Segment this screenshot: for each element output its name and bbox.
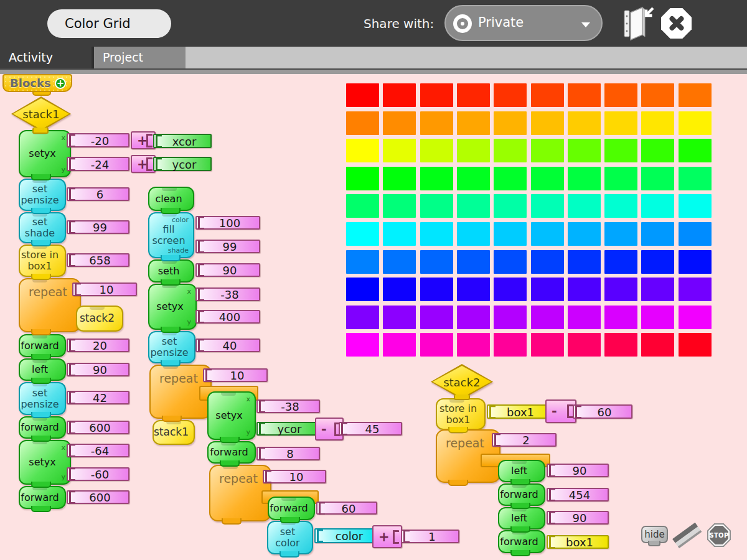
arg-60[interactable]: -60 (67, 467, 129, 481)
arg-10[interactable]: 10 (203, 368, 268, 382)
block-forward[interactable]: forward (19, 334, 66, 357)
arg-20[interactable]: -20 (67, 133, 129, 147)
arg-6[interactable]: 6 (67, 187, 129, 201)
block-setyx[interactable]: setyxxy (19, 130, 71, 177)
grid-cell-4-5 (531, 194, 564, 218)
grid-cell-8-0 (346, 306, 379, 329)
activity-title-field[interactable]: Color Grid (47, 9, 171, 38)
close-button[interactable] (661, 8, 692, 39)
arg-42[interactable]: 42 (67, 391, 129, 404)
arg-454[interactable]: 454 (547, 488, 609, 502)
arg-90[interactable]: 90 (547, 464, 609, 477)
operator-[interactable]: - (545, 399, 576, 423)
block-set-pensize[interactable]: set pensize (19, 179, 66, 211)
block-forward[interactable]: forward (498, 483, 545, 506)
door-arrow-icon[interactable] (620, 5, 655, 41)
arg-1[interactable]: 1 (401, 530, 459, 543)
arg-60[interactable]: 60 (573, 404, 632, 419)
block-set-shade[interactable]: set shade (19, 212, 66, 243)
block-repeat-loop-repeat[interactable]: repeat (19, 278, 81, 332)
arg-box1[interactable]: box1 (547, 535, 609, 549)
eraser-icon[interactable] (671, 521, 703, 549)
arg-90[interactable]: 90 (67, 363, 129, 376)
block-store-in-box1[interactable]: store in box1 (436, 398, 486, 430)
operator-[interactable]: + (131, 155, 156, 173)
stack-hat-stack1[interactable]: stack1 (11, 96, 71, 131)
grid-cell-2-5 (531, 139, 564, 162)
arg-box1[interactable]: box1 (487, 404, 550, 419)
block-forward[interactable]: forward (498, 530, 545, 553)
block-forward[interactable]: forward (207, 441, 256, 464)
grid-cell-6-9 (679, 250, 712, 274)
arg-99[interactable]: 99 (67, 220, 129, 234)
arg-10[interactable]: 10 (72, 282, 137, 296)
grid-cell-6-3 (457, 250, 490, 274)
arg-10[interactable]: 10 (263, 470, 326, 483)
arg-38[interactable]: -38 (195, 287, 260, 301)
stack-call-stack2[interactable]: stack2 (76, 306, 123, 332)
hide-blocks-button[interactable]: hide (641, 526, 668, 543)
block-fill-screen[interactable]: fill screencolorshade (148, 212, 194, 258)
block-set-pensize[interactable]: set pensize (19, 382, 66, 415)
grid-cell-8-4 (494, 306, 527, 329)
grid-cell-8-6 (568, 306, 601, 329)
tab-project[interactable]: Project (94, 47, 186, 68)
block-forward[interactable]: forward (19, 416, 66, 439)
block-left[interactable]: left (498, 507, 545, 530)
arg-8[interactable]: 8 (256, 447, 320, 460)
block-setyx[interactable]: setyxxy (19, 440, 71, 485)
arg-100[interactable]: 100 (195, 216, 260, 230)
operator-[interactable]: + (131, 131, 156, 149)
palette-label: Blocks (10, 77, 51, 90)
grid-cell-1-2 (420, 111, 453, 135)
grid-cell-4-3 (457, 194, 490, 218)
grid-cell-6-5 (531, 250, 564, 274)
grid-cell-1-6 (568, 111, 601, 135)
block-setyx[interactable]: setyxxy (148, 284, 197, 330)
arg-color[interactable]: color (314, 528, 380, 543)
arg-45[interactable]: 45 (339, 422, 402, 436)
arg-600[interactable]: 600 (67, 490, 129, 504)
arg-60[interactable]: 60 (316, 502, 377, 515)
grid-cell-0-7 (604, 83, 637, 107)
block-store-in-box1[interactable]: store in box1 (19, 245, 66, 277)
stack-call-stack1[interactable]: stack1 (153, 420, 195, 445)
block-forward[interactable]: forward (19, 486, 66, 509)
grid-cell-7-4 (494, 278, 527, 301)
arg-600[interactable]: 600 (67, 421, 129, 434)
arg-99[interactable]: 99 (195, 240, 260, 253)
operator-[interactable]: + (372, 525, 402, 548)
arg-20[interactable]: 20 (67, 338, 129, 352)
block-left[interactable]: left (498, 460, 545, 482)
block-left[interactable]: left (19, 358, 66, 381)
block-set-pensize[interactable]: set pensize (148, 331, 195, 363)
grid-cell-1-5 (531, 111, 564, 135)
arg-90[interactable]: 90 (195, 263, 260, 277)
block-forward[interactable]: forward (268, 497, 315, 520)
grid-cell-9-8 (641, 333, 674, 357)
block-set-color[interactable]: set color (267, 521, 313, 554)
arg-ycor[interactable]: ycor (153, 157, 212, 171)
arg-ycor[interactable]: ycor (256, 422, 319, 436)
block-clean[interactable]: clean (148, 187, 194, 211)
arg-24[interactable]: -24 (67, 157, 129, 171)
grid-cell-5-0 (346, 222, 379, 246)
arg-38[interactable]: -38 (256, 399, 320, 413)
block-setyx[interactable]: setyxxy (207, 391, 256, 440)
block-seth[interactable]: seth (148, 259, 194, 282)
arg-90[interactable]: 90 (547, 511, 609, 525)
arg-xcor[interactable]: xcor (153, 134, 212, 148)
grid-cell-1-3 (457, 111, 490, 135)
stop-button[interactable]: STOP (707, 523, 731, 547)
arg-64[interactable]: -64 (67, 444, 129, 457)
tab-activity[interactable]: Activity (0, 47, 92, 68)
palette-toggle-button[interactable]: Blocks + (2, 74, 72, 92)
arg-2[interactable]: 2 (492, 433, 557, 447)
grid-cell-3-9 (679, 167, 712, 190)
arg-40[interactable]: 40 (195, 338, 260, 352)
arg-400[interactable]: 400 (195, 310, 260, 324)
grid-cell-6-2 (420, 250, 453, 274)
grid-cell-1-0 (346, 111, 379, 135)
share-dropdown[interactable]: Private (444, 5, 603, 41)
arg-658[interactable]: 658 (67, 253, 129, 267)
